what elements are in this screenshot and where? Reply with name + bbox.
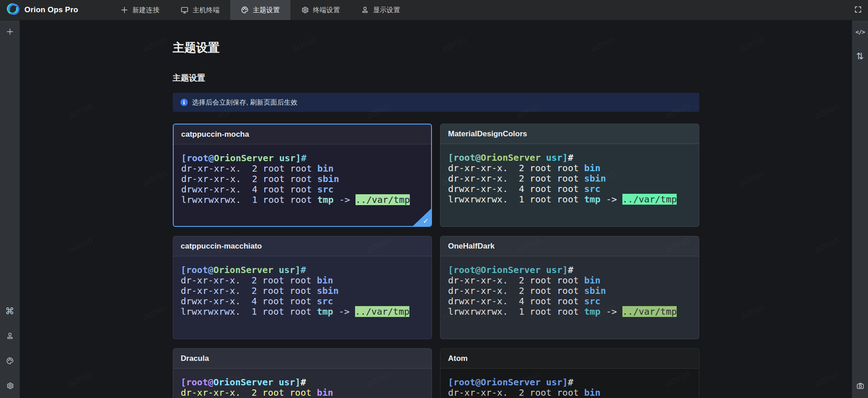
theme-card-one-half-dark[interactable]: OneHalfDark[root@OrionServer usr]#dr-xr-… [440, 236, 699, 339]
terminal-line: dr-xr-xr-x. 2 root root sbin [181, 286, 424, 296]
main-content: adminadminadminadminadminadminadminadmin… [20, 20, 852, 398]
right-sidebar: </>⇅ [852, 20, 868, 398]
terminal-line: dr-xr-xr-x. 2 root root bin [181, 163, 423, 174]
camera-icon[interactable] [855, 381, 865, 391]
tab-host-terminal[interactable]: 主机终端 [170, 0, 230, 20]
theme-card-dracula[interactable]: Dracula[root@OrionServer usr]#dr-xr-xr-x… [173, 348, 432, 398]
palette-icon[interactable] [5, 356, 15, 366]
terminal-line: lrwxrwxrwx. 1 root root tmp -> ../var/tm… [181, 195, 423, 205]
terminal-line: dr-xr-xr-x. 2 root root bin [448, 275, 691, 286]
gear-icon[interactable] [5, 381, 15, 391]
terminal-preview: [root@OrionServer usr]#dr-xr-xr-x. 2 roo… [174, 144, 431, 205]
terminal-preview: [root@OrionServer usr]#dr-xr-xr-x. 2 roo… [173, 369, 432, 398]
top-navbar: Orion Ops Pro 新建连接主机终端主题设置终端设置显示设置 [0, 0, 868, 20]
terminal-line: dr-xr-xr-x. 2 root root sbin [448, 286, 691, 296]
watermark-text: admin [66, 235, 95, 255]
theme-name: OneHalfDark [441, 236, 699, 256]
terminal-line: dr-xr-xr-x. 2 root root sbin [181, 174, 423, 184]
terminal-line: lrwxrwxrwx. 1 root root tmp -> ../var/tm… [448, 307, 691, 317]
watermark-text: admin [66, 101, 95, 121]
tab-display-settings[interactable]: 显示设置 [351, 0, 411, 20]
tab-theme-settings[interactable]: 主题设置 [230, 0, 290, 20]
watermark-text: admin [738, 34, 766, 54]
tab-label: 新建连接 [133, 6, 160, 14]
tab-terminal-settings[interactable]: 终端设置 [290, 0, 351, 20]
page-title: 主题设置 [173, 40, 699, 56]
terminal-prompt-line: [root@OrionServer usr]# [448, 377, 691, 388]
monitor-icon [180, 6, 189, 14]
app-logo-icon [6, 2, 20, 18]
watermark-text: admin [813, 369, 841, 389]
watermark-text: admin [813, 235, 841, 255]
palette-icon [241, 6, 249, 14]
terminal-prompt-line: [root@OrionServer usr]# [181, 153, 423, 163]
tab-label: 主机终端 [193, 6, 220, 14]
tab-label: 主题设置 [253, 6, 280, 14]
terminal-line: drwxr-xr-x. 4 root root src [448, 184, 691, 194]
seal-icon[interactable] [5, 331, 15, 341]
gear-icon [301, 6, 309, 14]
terminal-preview: [root@OrionServer usr]#dr-xr-xr-x. 2 roo… [441, 144, 699, 205]
info-icon: i [180, 99, 188, 106]
watermark-text: admin [141, 302, 169, 322]
terminal-line: lrwxrwxrwx. 1 root root tmp -> ../var/tm… [448, 194, 691, 205]
watermark-text: admin [141, 168, 169, 188]
watermark-text: admin [738, 302, 766, 322]
brand: Orion Ops Pro [0, 0, 87, 20]
theme-card-atom[interactable]: Atom[root@OrionServer usr]#dr-xr-xr-x. 2… [440, 348, 699, 398]
terminal-preview: [root@OrionServer usr]#dr-xr-xr-x. 2 roo… [441, 256, 699, 317]
theme-grid: catppuccin-mocha[root@OrionServer usr]#d… [173, 124, 699, 398]
terminal-line: drwxr-xr-x. 4 root root src [448, 296, 691, 307]
command-icon[interactable]: ⌘ [5, 306, 15, 316]
terminal-line: dr-xr-xr-x. 2 root root sbin [448, 173, 691, 184]
tab-label: 显示设置 [373, 6, 400, 14]
terminal-line: lrwxrwxrwx. 1 root root tmp -> ../var/tm… [181, 307, 424, 317]
tab-new-connection[interactable]: 新建连接 [110, 0, 170, 20]
code-icon[interactable]: </> [855, 27, 865, 37]
watermark-text: admin [738, 168, 766, 188]
terminal-line: dr-xr-xr-x. 2 root root bin [448, 163, 691, 173]
app-title: Orion Ops Pro [24, 5, 78, 14]
theme-name: Dracula [173, 349, 432, 369]
theme-name: catppuccin-macchiato [173, 236, 432, 256]
terminal-line: dr-xr-xr-x. 2 root root bin [181, 388, 424, 398]
theme-card-catppuccin-macchiato[interactable]: catppuccin-macchiato[root@OrionServer us… [173, 236, 432, 339]
theme-name: catppuccin-mocha [174, 125, 431, 144]
watermark-text: admin [66, 369, 95, 389]
info-alert: i 选择后会立刻保存, 刷新页面后生效 [173, 93, 699, 112]
theme-card-catppuccin-mocha[interactable]: catppuccin-mocha[root@OrionServer usr]#d… [173, 124, 432, 227]
terminal-prompt-line: [root@OrionServer usr]# [448, 153, 691, 163]
terminal-preview: [root@OrionServer usr]#dr-xr-xr-x. 2 roo… [441, 369, 699, 398]
watermark-text: admin [813, 101, 841, 121]
terminal-prompt-line: [root@OrionServer usr]# [181, 265, 424, 275]
theme-name: MaterialDesignColors [441, 124, 699, 144]
terminal-prompt-line: [root@OrionServer usr]# [448, 265, 691, 275]
plus-icon [120, 6, 128, 14]
terminal-prompt-line: [root@OrionServer usr]# [181, 377, 424, 388]
theme-card-material-design-colors[interactable]: MaterialDesignColors[root@OrionServer us… [440, 124, 699, 227]
left-sidebar: ⌘ [0, 20, 20, 398]
terminal-line: dr-xr-xr-x. 2 root root bin [448, 388, 691, 398]
fullscreen-button[interactable] [854, 0, 862, 20]
theme-name: Atom [441, 349, 699, 369]
plus-icon[interactable] [5, 27, 15, 37]
app-window: { "app": { "title": "Orion Ops Pro" }, "… [0, 0, 868, 398]
tab-label: 终端设置 [313, 6, 340, 14]
check-icon: ✓ [423, 218, 429, 225]
terminal-preview: [root@OrionServer usr]#dr-xr-xr-x. 2 roo… [173, 256, 432, 317]
section-title: 主题设置 [173, 72, 699, 83]
seal-icon [361, 6, 369, 14]
swap-vertical-icon[interactable]: ⇅ [855, 51, 865, 61]
alert-text: 选择后会立刻保存, 刷新页面后生效 [192, 98, 298, 107]
terminal-line: drwxr-xr-x. 4 root root src [181, 184, 423, 195]
watermark-text: admin [141, 34, 169, 54]
terminal-line: drwxr-xr-x. 4 root root src [181, 296, 424, 307]
terminal-line: dr-xr-xr-x. 2 root root bin [181, 275, 424, 286]
fullscreen-icon [854, 5, 862, 15]
nav-tabs: 新建连接主机终端主题设置终端设置显示设置 [110, 0, 411, 20]
